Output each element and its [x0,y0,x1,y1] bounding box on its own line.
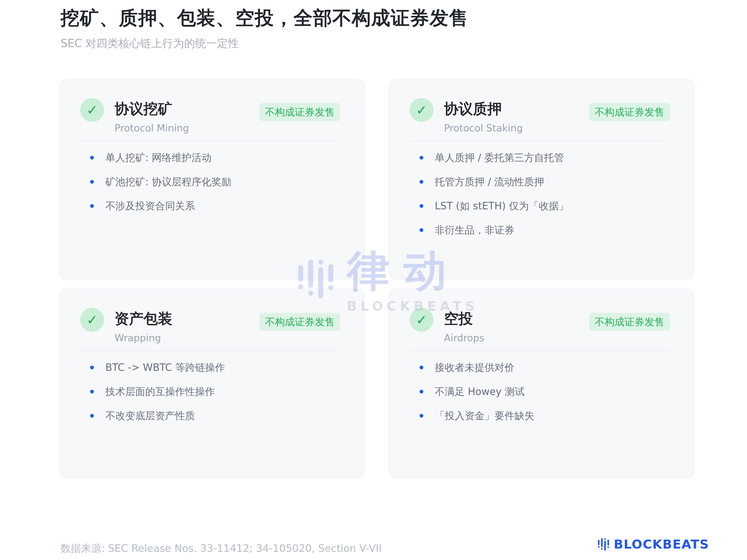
list-item: 不涉及投资合同关系 [80,201,340,211]
card-header: ✓ 协议挖矿 Protocol Mining 不构成证券发售 [80,98,340,134]
bullet-dot-icon [90,414,94,418]
status-badge: 不构成证券发售 [589,103,670,121]
card-header: ✓ 资产包装 Wrapping 不构成证券发售 [80,308,340,344]
header-divider [410,350,670,351]
card-head-text: 协议挖矿 Protocol Mining [114,98,259,134]
check-icon: ✓ [416,312,427,328]
bullet-dot-icon [419,204,423,208]
card-head-text: 资产包装 Wrapping [114,308,259,344]
cards-grid: ✓ 协议挖矿 Protocol Mining 不构成证券发售 单人挖矿: 网络维… [60,79,694,477]
header-divider [80,141,340,141]
bullet-text: 不涉及投资合同关系 [105,201,195,211]
list-item: 托管方质押 / 流动性质押 [410,176,670,187]
card-title: 资产包装 [114,311,259,326]
bullet-list: 接收者未提供对价 不满足 Howey 测试 「投入资金」要件缺失 [410,362,670,421]
card-subtitle: Wrapping [114,332,259,344]
list-item: 不满足 Howey 测试 [410,386,670,397]
bullet-dot-icon [419,228,423,232]
card-head-text: 空投 Airdrops [444,308,589,344]
bullet-dot-icon [90,390,94,394]
list-item: 单人挖矿: 网络维护活动 [80,152,340,163]
check-icon: ✓ [86,312,98,328]
bullet-dot-icon [419,180,423,184]
bullet-list: BTC -> WBTC 等跨链操作 技术层面的互操作性操作 不改变底层资产性质 [80,362,340,421]
list-item: LST (如 stETH) 仅为「收据」 [410,201,670,211]
category-card: ✓ 空投 Airdrops 不构成证券发售 接收者未提供对价 不满足 Howey… [389,289,694,477]
list-item: 矿池挖矿: 协议层程序化奖励 [80,176,340,187]
bullet-text: 技术层面的互操作性操作 [105,386,215,397]
bullet-dot-icon [419,414,423,418]
status-badge: 不构成证券发售 [589,313,670,331]
list-item: 不改变底层资产性质 [80,410,340,421]
bullet-text: 托管方质押 / 流动性质押 [435,176,544,187]
check-icon: ✓ [86,102,98,118]
bullet-dot-icon [419,390,423,394]
status-badge: 不构成证券发售 [259,313,340,331]
bullet-text: 「投入资金」要件缺失 [435,410,534,421]
card-subtitle: Protocol Mining [114,123,259,134]
category-card: ✓ 资产包装 Wrapping 不构成证券发售 BTC -> WBTC 等跨链操… [60,289,364,477]
page-header: 挖矿、质押、包装、空投，全部不构成证券发售 SEC 对四类核心链上行为的统一定性 [60,7,468,51]
check-circle-icon: ✓ [80,98,104,122]
status-badge: 不构成证券发售 [259,103,340,121]
page-title: 挖矿、质押、包装、空投，全部不构成证券发售 [60,7,468,29]
list-item: BTC -> WBTC 等跨链操作 [80,362,340,373]
card-subtitle: Airdrops [444,332,589,344]
bullet-list: 单人挖矿: 网络维护活动 矿池挖矿: 协议层程序化奖励 不涉及投资合同关系 [80,152,340,211]
check-icon: ✓ [416,102,427,118]
card-title: 协议质押 [444,102,589,116]
bullet-text: 矿池挖矿: 协议层程序化奖励 [105,176,231,187]
category-card: ✓ 协议挖矿 Protocol Mining 不构成证券发售 单人挖矿: 网络维… [60,79,364,279]
header-divider [410,141,670,141]
card-header: ✓ 协议质押 Protocol Staking 不构成证券发售 [410,98,670,134]
card-subtitle: Protocol Staking [444,123,589,134]
bullet-text: 不改变底层资产性质 [105,410,195,421]
blockbeats-logo: BLOCKBEATS [597,537,709,552]
data-source-note: 数据来源: SEC Release Nos. 33-11412; 34-1050… [60,541,382,555]
check-circle-icon: ✓ [410,308,434,332]
bullet-dot-icon [90,204,94,208]
bullet-dot-icon [419,156,423,160]
card-title: 协议挖矿 [114,102,259,116]
bullet-dot-icon [419,366,423,369]
bullet-text: 单人挖矿: 网络维护活动 [105,152,211,163]
page-subtitle: SEC 对四类核心链上行为的统一定性 [60,36,468,51]
list-item: 技术层面的互操作性操作 [80,386,340,397]
category-card: ✓ 协议质押 Protocol Staking 不构成证券发售 单人质押 / 委… [389,79,694,279]
bullet-text: BTC -> WBTC 等跨链操作 [105,362,225,373]
list-item: 单人质押 / 委托第三方自托管 [410,152,670,163]
bullet-text: 单人质押 / 委托第三方自托管 [435,152,564,163]
list-item: 「投入资金」要件缺失 [410,410,670,421]
blockbeats-bars-icon [597,537,610,552]
check-circle-icon: ✓ [410,98,434,122]
list-item: 接收者未提供对价 [410,362,670,373]
card-title: 空投 [444,311,589,326]
list-item: 非衍生品，非证券 [410,224,670,236]
bullet-text: 接收者未提供对价 [435,362,514,373]
bullet-text: 非衍生品，非证券 [435,224,514,236]
check-circle-icon: ✓ [80,308,104,332]
card-head-text: 协议质押 Protocol Staking [444,98,589,134]
bullet-text: LST (如 stETH) 仅为「收据」 [435,201,569,211]
bullet-dot-icon [90,180,94,184]
bullet-text: 不满足 Howey 测试 [435,386,525,397]
bullet-dot-icon [90,366,94,369]
bullet-list: 单人质押 / 委托第三方自托管 托管方质押 / 流动性质押 LST (如 stE… [410,152,670,236]
header-divider [80,350,340,351]
bullet-dot-icon [90,156,94,160]
brand-wordmark: BLOCKBEATS [614,538,709,551]
card-header: ✓ 空投 Airdrops 不构成证券发售 [410,308,670,344]
